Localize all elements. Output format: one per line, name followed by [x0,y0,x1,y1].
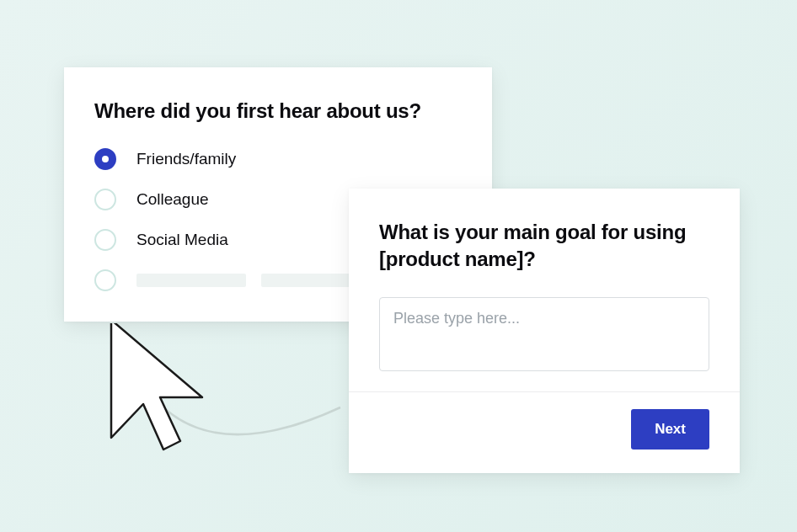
radio-unselected-icon[interactable] [94,229,116,251]
radio-selected-icon[interactable] [94,148,116,170]
question-text: What is your main goal for using [produc… [379,219,709,274]
radio-unselected-icon[interactable] [94,189,116,210]
next-button[interactable]: Next [631,409,709,450]
question-text: Where did you first hear about us? [94,98,458,125]
divider [349,391,740,392]
radio-unselected-icon[interactable] [94,269,116,291]
option-label: Colleague [136,190,209,209]
placeholder-skeleton [136,274,379,287]
cursor-arrow-icon [86,323,364,483]
survey-card-goal: What is your main goal for using [produc… [349,189,740,473]
skeleton-bar [136,274,246,287]
goal-input[interactable] [379,297,709,371]
option-label: Social Media [136,231,228,249]
card-footer: Next [379,409,709,450]
option-label: Friends/family [136,150,236,168]
option-friends-family[interactable]: Friends/family [94,148,458,170]
